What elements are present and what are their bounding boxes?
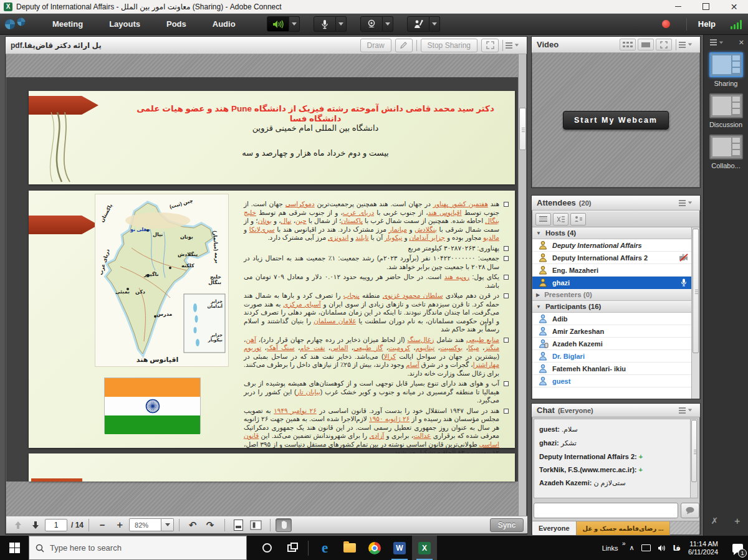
document-toolbar: / 14 − ＋ 82% ↶ ↷ Sync xyxy=(6,516,527,533)
menu-pods[interactable]: Pods xyxy=(158,14,195,34)
fit-page-icon[interactable] xyxy=(230,518,246,532)
chat-input[interactable] xyxy=(534,503,678,518)
hand-tool-button[interactable] xyxy=(276,518,292,532)
attendees-scrollbar[interactable] xyxy=(691,227,699,399)
chat-tab[interactable]: ... رضای‌فاطمه جسک و غل xyxy=(577,521,671,535)
add-layout-icon[interactable]: ＋ xyxy=(732,516,741,527)
attendee-row[interactable]: Eng. Mazaheri xyxy=(532,264,692,277)
send-message-icon[interactable] xyxy=(681,503,699,518)
menu-audio[interactable]: Audio xyxy=(204,14,244,34)
grid-view-icon[interactable] xyxy=(620,39,636,50)
pod-menu-icon[interactable] xyxy=(676,198,695,208)
attendee-name: ghazi xyxy=(552,279,570,287)
next-page-button[interactable] xyxy=(27,518,44,532)
raise-hand-dropdown[interactable] xyxy=(429,16,440,32)
close-button[interactable]: ✕ xyxy=(720,0,748,14)
pod-menu-icon[interactable] xyxy=(676,406,695,415)
links-toolbar[interactable]: Links» xyxy=(602,544,618,552)
attendee-row[interactable]: Adib xyxy=(532,313,692,325)
attendee-status-view-icon[interactable] xyxy=(570,213,586,225)
pod-menu-icon[interactable] xyxy=(503,40,522,50)
file-explorer-icon[interactable] xyxy=(337,536,362,560)
attendee-name: Fatemeh Khanlari- ikiu xyxy=(552,365,626,373)
attendee-list-view-icon[interactable] xyxy=(535,213,551,225)
layout-discussion[interactable]: Discussion xyxy=(708,93,744,128)
recording-indicator-icon xyxy=(662,20,670,28)
cortana-icon[interactable] xyxy=(254,536,279,560)
attendees-scrollbar-thumb[interactable] xyxy=(693,229,699,353)
chat-scrollbar-thumb[interactable] xyxy=(691,420,697,482)
attendee-row[interactable]: Deputy International Affairs 2 xyxy=(532,252,692,264)
attendee-group-participant[interactable]: ▼Participants (16) xyxy=(532,301,692,313)
raise-hand-icon[interactable] xyxy=(407,16,429,32)
language-indicator[interactable]: فا xyxy=(673,544,681,553)
microphone-icon[interactable] xyxy=(314,16,336,32)
microphone-dropdown[interactable] xyxy=(336,16,347,32)
layout-label: Collabo... xyxy=(708,162,744,169)
document-scrollbar-thumb[interactable] xyxy=(519,108,526,150)
zoom-dropdown-icon[interactable] xyxy=(161,518,174,531)
connection-signal-icon[interactable] xyxy=(729,19,742,29)
attendee-group-host[interactable]: ▼Hosts (4) xyxy=(532,227,692,239)
zoom-out-button[interactable]: − xyxy=(94,518,110,532)
layout-sharing[interactable]: Sharing xyxy=(708,52,744,87)
zoom-select[interactable]: 82% xyxy=(129,518,174,531)
excel-icon[interactable]: X xyxy=(412,536,437,560)
previous-page-button[interactable] xyxy=(10,518,26,532)
attendee-row[interactable]: Azadeh Kazemi xyxy=(532,338,692,350)
restore-button[interactable] xyxy=(692,0,720,14)
clock[interactable]: 11:14 AM 6/11/2024 xyxy=(688,540,718,556)
chrome-icon[interactable] xyxy=(362,536,387,560)
menu-layouts[interactable]: Layouts xyxy=(100,14,149,34)
rotate-right-icon[interactable]: ↷ xyxy=(202,518,218,532)
action-center-icon[interactable]: 1 xyxy=(727,536,748,560)
attendee-row[interactable]: Amir Zarkeshan xyxy=(532,325,692,338)
network-icon[interactable] xyxy=(641,544,651,551)
fullscreen-icon[interactable] xyxy=(481,39,499,52)
menu-meeting[interactable]: Meeting xyxy=(44,14,92,34)
video-fullscreen-icon[interactable] xyxy=(656,39,672,50)
pod-menu-icon[interactable] xyxy=(676,40,695,50)
pencil-icon[interactable] xyxy=(395,39,413,52)
webcam-icon[interactable] xyxy=(360,16,383,32)
attendee-row[interactable]: Deputy International Affairs xyxy=(532,239,692,252)
task-view-icon[interactable] xyxy=(279,536,304,560)
attendee-row[interactable]: Fatemeh Khanlari- ikiu xyxy=(532,363,692,375)
fit-width-icon[interactable] xyxy=(247,518,264,532)
word-icon[interactable]: W xyxy=(387,536,412,560)
webcam-dropdown[interactable] xyxy=(383,16,393,32)
sync-button[interactable]: Sync xyxy=(490,518,524,532)
page-number-input[interactable] xyxy=(45,519,67,531)
draw-button[interactable]: Draw xyxy=(360,39,391,52)
attendee-group-presenter[interactable]: ▶Presenters (0) xyxy=(532,289,692,301)
help-menu[interactable]: Help xyxy=(698,19,716,29)
india-map: پاکستانچین (تبت)نپالبوتانبرمه (میانمار)ب… xyxy=(95,194,229,367)
breakout-view-icon[interactable] xyxy=(553,213,568,225)
layout-tools-icon[interactable]: ✗ xyxy=(711,516,719,527)
layouts-close-icon[interactable]: ✕ xyxy=(739,39,744,47)
map-label: مدرس xyxy=(156,311,172,317)
edge-icon[interactable]: e xyxy=(312,536,337,560)
filmstrip-view-icon[interactable] xyxy=(638,39,654,50)
attendee-row[interactable]: ghazi xyxy=(532,277,692,289)
layout-collabo[interactable]: Collabo... xyxy=(708,135,744,169)
layouts-menu-icon[interactable] xyxy=(707,37,726,47)
start-button[interactable] xyxy=(0,536,29,560)
chat-message: Deputy International Affairs 2: + xyxy=(539,453,685,460)
speaker-icon[interactable] xyxy=(267,16,289,32)
attendee-row[interactable]: Dr. Biglari xyxy=(532,350,692,363)
stop-sharing-button[interactable]: Stop Sharing xyxy=(421,39,477,52)
chat-scrollbar[interactable] xyxy=(690,419,698,498)
volume-icon[interactable] xyxy=(658,544,666,552)
hidden-icons-chevron[interactable]: ∧ xyxy=(629,544,634,552)
minimize-button[interactable] xyxy=(664,0,692,14)
start-webcam-button[interactable]: Start My Webcam xyxy=(563,111,669,130)
zoom-in-button[interactable]: ＋ xyxy=(112,518,128,532)
taskbar-search[interactable]: Type here to search xyxy=(29,536,247,560)
speaker-dropdown[interactable] xyxy=(289,16,300,32)
slide-banner-shape xyxy=(31,478,82,482)
rotate-left-icon[interactable]: ↶ xyxy=(185,518,201,532)
chat-tab[interactable]: Everyone xyxy=(532,521,577,535)
document-scrollbar[interactable] xyxy=(518,54,526,518)
attendee-row[interactable]: guest xyxy=(532,375,692,387)
